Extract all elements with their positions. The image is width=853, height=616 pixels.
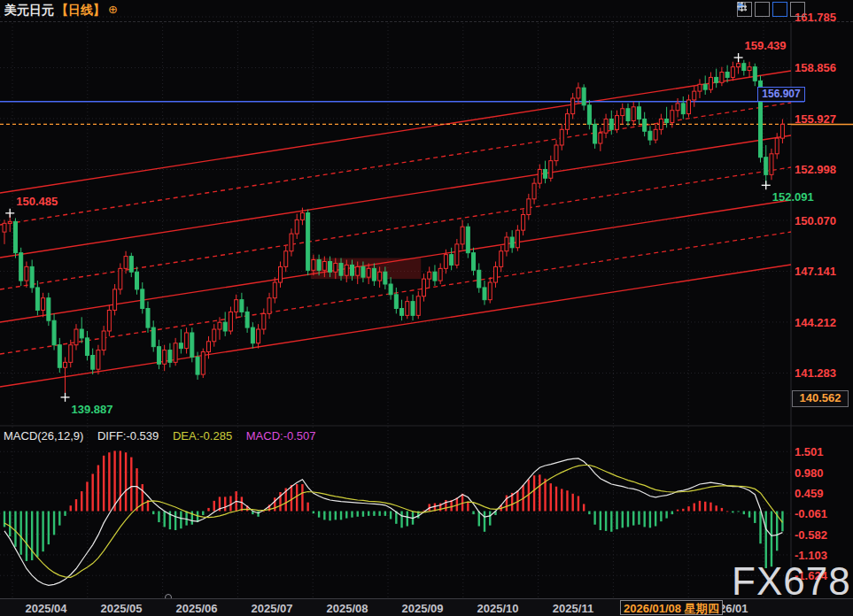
candle-body [284, 251, 288, 267]
candle-body [174, 343, 177, 363]
candle-body [163, 350, 167, 365]
candle-body [599, 133, 602, 143]
jump-to-latest-icon[interactable] [790, 2, 805, 17]
candle-body [367, 268, 370, 277]
macd-histogram-bar [357, 512, 359, 517]
candle-body [671, 111, 674, 123]
candle-body [703, 84, 707, 89]
macd-histogram-bar [649, 512, 651, 528]
time-axis-label: 2025/06 [176, 602, 218, 615]
macd-histogram-bar [627, 512, 629, 527]
candle-body [483, 288, 486, 300]
candle-body [141, 289, 144, 309]
macd-histogram-bar [776, 512, 778, 551]
candle-body [604, 119, 608, 134]
candle-body [428, 272, 431, 279]
macd-histogram-bar [207, 508, 209, 512]
candle-body [621, 109, 624, 116]
macd-histogram-bar [610, 512, 612, 532]
candle-body [85, 338, 89, 356]
candle-body [406, 302, 409, 316]
time-axis[interactable]: 2025/042025/052025/062025/072025/082025/… [0, 598, 853, 616]
candle-body [97, 350, 100, 370]
highlight-box[interactable] [311, 258, 421, 280]
candle-body [345, 265, 348, 275]
macd-histogram-bar [737, 512, 739, 512]
candle-body [245, 312, 249, 327]
channel-trendline[interactable] [0, 71, 791, 193]
macd-histogram-bar [571, 494, 573, 512]
macd-diff-value: DIFF:-0.539 [97, 429, 159, 443]
candle-body [505, 237, 508, 251]
candle-body [648, 131, 652, 140]
auto-follow-icon[interactable] [772, 2, 787, 17]
macd-value-row: MACD(26,12,9) DIFF:-0.539 DEA:-0.285 MAC… [4, 429, 327, 443]
macd-histogram-bar [754, 512, 756, 523]
candle-body [356, 266, 360, 275]
macd-histogram-bar [660, 512, 662, 522]
symbol-title: 美元日元 [4, 3, 54, 19]
candle-body [411, 302, 415, 316]
channel-trendline[interactable] [0, 135, 791, 258]
macd-histogram-bar [771, 512, 772, 567]
candle-body [466, 227, 469, 252]
macd-histogram-bar [732, 512, 733, 513]
macd-params-label[interactable]: MACD(26,12,9) [4, 429, 83, 443]
candle-body [477, 270, 481, 288]
macd-histogram-bar [113, 450, 115, 511]
macd-histogram-bar [274, 497, 275, 511]
candle-body [19, 253, 23, 281]
candle-body [394, 295, 398, 309]
candle-body [295, 219, 299, 234]
time-axis-label: 2025/07 [252, 602, 293, 615]
blue-line-price-label[interactable]: 156.907 [757, 87, 805, 102]
candle-body [450, 255, 454, 266]
candle-body [780, 124, 784, 138]
macd-histogram-bar [340, 512, 342, 520]
macd-axis-label: 0.980 [795, 466, 824, 480]
candle-body [13, 221, 17, 252]
macd-histogram-bar [478, 512, 480, 527]
macd-histogram-bar [130, 458, 132, 512]
macd-histogram-bar [296, 484, 298, 511]
macd-histogram-bar [682, 509, 684, 512]
candle-body [389, 284, 392, 295]
macd-histogram-bar [42, 512, 43, 552]
candle-body [654, 129, 657, 140]
macd-histogram-bar [301, 484, 303, 511]
macd-histogram-bar [583, 504, 585, 511]
candle-body [725, 73, 729, 78]
macd-histogram-bar [665, 512, 667, 519]
axis-scale-icon[interactable] [755, 2, 770, 17]
time-axis-label: 2025/11 [553, 602, 593, 615]
channel-trendline[interactable] [0, 232, 791, 354]
candle-body [74, 329, 78, 345]
macd-histogram-bar [687, 506, 689, 511]
macd-axis-label: 0.459 [795, 487, 824, 500]
candle-body [737, 64, 741, 67]
chart-canvas[interactable] [0, 0, 853, 616]
candle-body [742, 64, 746, 71]
macd-histogram-bar [229, 496, 231, 511]
macd-histogram-bar [638, 512, 640, 525]
macd-histogram-bar [643, 512, 645, 527]
price-axis-label: 144.212 [795, 316, 836, 329]
candle-body [748, 67, 751, 71]
annotation-low-139887: 139.887 [72, 403, 113, 416]
annotation-high-159439: 159.439 [745, 39, 787, 52]
macd-histogram-bar [9, 512, 11, 537]
macd-histogram-bar [461, 494, 463, 512]
macd-histogram-bar [368, 512, 369, 516]
candle-body [416, 296, 420, 316]
chart-toolbar [737, 2, 805, 17]
candle-body [317, 260, 321, 271]
candle-body [444, 255, 447, 269]
candle-body [438, 268, 442, 281]
candle-body [322, 261, 326, 270]
add-indicator-icon[interactable]: ⊕ [108, 3, 118, 16]
macd-histogram-bar [539, 474, 540, 511]
candle-body [532, 183, 536, 199]
candle-body [196, 357, 199, 374]
macd-histogram-bar [36, 512, 38, 558]
macd-histogram-bar [632, 512, 634, 526]
